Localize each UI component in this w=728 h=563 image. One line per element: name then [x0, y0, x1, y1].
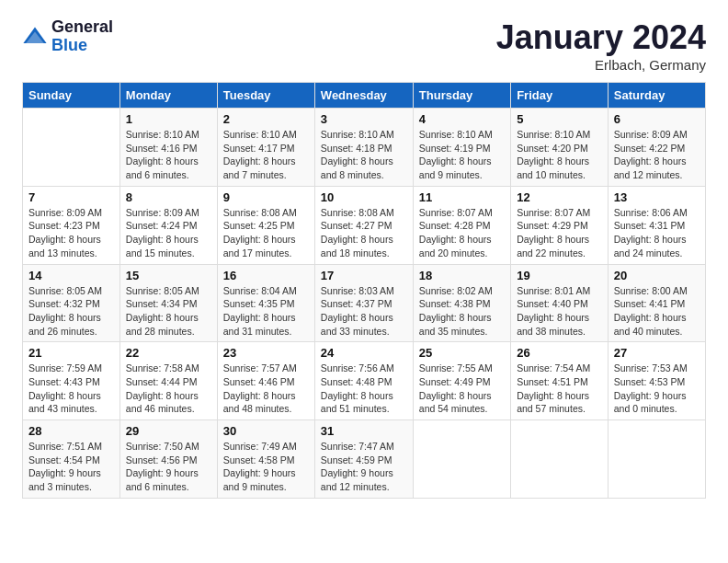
- day-info: Sunrise: 7:55 AM Sunset: 4:49 PM Dayligh…: [419, 362, 505, 416]
- day-number: 30: [223, 424, 309, 438]
- day-info: Sunrise: 7:58 AM Sunset: 4:44 PM Dayligh…: [126, 362, 211, 416]
- day-number: 7: [28, 190, 114, 204]
- day-info: Sunrise: 8:05 AM Sunset: 4:32 PM Dayligh…: [28, 284, 114, 339]
- calendar-cell: 30Sunrise: 7:49 AM Sunset: 4:58 PM Dayli…: [217, 420, 314, 499]
- calendar-cell: 17Sunrise: 8:03 AM Sunset: 4:37 PM Dayli…: [314, 264, 413, 342]
- calendar-cell: 5Sunrise: 8:10 AM Sunset: 4:20 PM Daylig…: [511, 109, 609, 187]
- day-number: 9: [223, 190, 309, 204]
- calendar-header-row: SundayMondayTuesdayWednesdayThursdayFrid…: [23, 83, 706, 109]
- month-title: January 2024: [496, 18, 706, 57]
- calendar-cell: [608, 420, 705, 499]
- calendar-cell: [23, 109, 120, 187]
- calendar-cell: 31Sunrise: 7:47 AM Sunset: 4:59 PM Dayli…: [314, 420, 413, 499]
- calendar-cell: 8Sunrise: 8:09 AM Sunset: 4:24 PM Daylig…: [119, 186, 217, 264]
- day-number: 26: [517, 346, 602, 360]
- day-info: Sunrise: 8:02 AM Sunset: 4:38 PM Dayligh…: [419, 284, 505, 339]
- day-info: Sunrise: 8:03 AM Sunset: 4:37 PM Dayligh…: [321, 284, 407, 339]
- day-info: Sunrise: 8:10 AM Sunset: 4:19 PM Dayligh…: [419, 128, 505, 182]
- day-number: 20: [614, 269, 700, 282]
- calendar-cell: 7Sunrise: 8:09 AM Sunset: 4:23 PM Daylig…: [23, 186, 120, 264]
- day-number: 27: [614, 346, 700, 360]
- day-number: 17: [321, 269, 407, 282]
- day-info: Sunrise: 8:09 AM Sunset: 4:24 PM Dayligh…: [126, 206, 211, 260]
- calendar-week-row: 21Sunrise: 7:59 AM Sunset: 4:43 PM Dayli…: [23, 342, 706, 420]
- calendar-cell: 3Sunrise: 8:10 AM Sunset: 4:18 PM Daylig…: [314, 109, 413, 187]
- day-info: Sunrise: 8:08 AM Sunset: 4:27 PM Dayligh…: [321, 206, 407, 260]
- day-number: 24: [321, 346, 407, 360]
- location: Erlbach, Germany: [496, 57, 706, 73]
- day-number: 2: [223, 112, 309, 126]
- logo-text: General Blue: [51, 18, 113, 55]
- calendar-week-row: 7Sunrise: 8:09 AM Sunset: 4:23 PM Daylig…: [23, 186, 706, 264]
- calendar-cell: 19Sunrise: 8:01 AM Sunset: 4:40 PM Dayli…: [511, 264, 609, 342]
- day-number: 1: [126, 112, 211, 126]
- calendar-cell: [413, 420, 510, 499]
- day-number: 10: [321, 190, 407, 204]
- day-number: 3: [321, 112, 407, 126]
- day-number: 13: [614, 190, 700, 204]
- title-block: January 2024 Erlbach, Germany: [496, 18, 706, 73]
- calendar-cell: 21Sunrise: 7:59 AM Sunset: 4:43 PM Dayli…: [23, 342, 120, 420]
- logo-blue: Blue: [51, 37, 113, 55]
- logo-general: General: [51, 18, 113, 37]
- day-number: 4: [419, 112, 505, 126]
- day-info: Sunrise: 8:01 AM Sunset: 4:40 PM Dayligh…: [517, 284, 602, 339]
- day-info: Sunrise: 8:07 AM Sunset: 4:29 PM Dayligh…: [517, 206, 602, 260]
- calendar-cell: 15Sunrise: 8:05 AM Sunset: 4:34 PM Dayli…: [119, 264, 217, 342]
- day-info: Sunrise: 7:49 AM Sunset: 4:58 PM Dayligh…: [223, 440, 309, 494]
- calendar-cell: 1Sunrise: 8:10 AM Sunset: 4:16 PM Daylig…: [119, 109, 217, 187]
- calendar-week-row: 28Sunrise: 7:51 AM Sunset: 4:54 PM Dayli…: [23, 420, 706, 499]
- logo: General Blue: [22, 18, 113, 55]
- day-info: Sunrise: 8:06 AM Sunset: 4:31 PM Dayligh…: [614, 206, 700, 260]
- calendar-cell: 28Sunrise: 7:51 AM Sunset: 4:54 PM Dayli…: [23, 420, 120, 499]
- calendar-cell: 29Sunrise: 7:50 AM Sunset: 4:56 PM Dayli…: [119, 420, 217, 499]
- day-info: Sunrise: 7:59 AM Sunset: 4:43 PM Dayligh…: [28, 362, 114, 416]
- day-number: 28: [28, 424, 114, 438]
- day-number: 15: [126, 269, 211, 282]
- day-number: 6: [614, 112, 700, 126]
- day-number: 14: [28, 269, 114, 282]
- day-info: Sunrise: 8:10 AM Sunset: 4:18 PM Dayligh…: [321, 128, 407, 182]
- calendar-cell: 25Sunrise: 7:55 AM Sunset: 4:49 PM Dayli…: [413, 342, 510, 420]
- calendar-week-row: 14Sunrise: 8:05 AM Sunset: 4:32 PM Dayli…: [23, 264, 706, 342]
- calendar-week-row: 1Sunrise: 8:10 AM Sunset: 4:16 PM Daylig…: [23, 109, 706, 187]
- day-number: 31: [321, 424, 407, 438]
- day-info: Sunrise: 8:00 AM Sunset: 4:41 PM Dayligh…: [614, 284, 700, 339]
- calendar-cell: 10Sunrise: 8:08 AM Sunset: 4:27 PM Dayli…: [314, 186, 413, 264]
- calendar-cell: 20Sunrise: 8:00 AM Sunset: 4:41 PM Dayli…: [608, 264, 705, 342]
- day-number: 5: [517, 112, 602, 126]
- day-number: 21: [28, 346, 114, 360]
- day-info: Sunrise: 8:07 AM Sunset: 4:28 PM Dayligh…: [419, 206, 505, 260]
- page-header: General Blue January 2024 Erlbach, Germa…: [22, 18, 706, 73]
- day-info: Sunrise: 8:08 AM Sunset: 4:25 PM Dayligh…: [223, 206, 309, 260]
- day-info: Sunrise: 7:51 AM Sunset: 4:54 PM Dayligh…: [28, 440, 114, 494]
- day-info: Sunrise: 7:50 AM Sunset: 4:56 PM Dayligh…: [126, 440, 211, 494]
- day-number: 29: [126, 424, 211, 438]
- calendar-cell: 16Sunrise: 8:04 AM Sunset: 4:35 PM Dayli…: [217, 264, 314, 342]
- day-number: 18: [419, 269, 505, 282]
- weekday-header: Wednesday: [314, 83, 413, 109]
- calendar-cell: 22Sunrise: 7:58 AM Sunset: 4:44 PM Dayli…: [119, 342, 217, 420]
- day-number: 19: [517, 269, 602, 282]
- calendar-cell: 23Sunrise: 7:57 AM Sunset: 4:46 PM Dayli…: [217, 342, 314, 420]
- weekday-header: Thursday: [413, 83, 510, 109]
- day-number: 22: [126, 346, 211, 360]
- weekday-header: Monday: [119, 83, 217, 109]
- calendar-table: SundayMondayTuesdayWednesdayThursdayFrid…: [22, 82, 706, 499]
- day-info: Sunrise: 8:10 AM Sunset: 4:16 PM Dayligh…: [126, 128, 211, 182]
- day-info: Sunrise: 8:10 AM Sunset: 4:20 PM Dayligh…: [517, 128, 602, 182]
- day-number: 8: [126, 190, 211, 204]
- day-info: Sunrise: 8:10 AM Sunset: 4:17 PM Dayligh…: [223, 128, 309, 182]
- calendar-cell: 2Sunrise: 8:10 AM Sunset: 4:17 PM Daylig…: [217, 109, 314, 187]
- calendar-cell: 27Sunrise: 7:53 AM Sunset: 4:53 PM Dayli…: [608, 342, 705, 420]
- logo-icon: [22, 24, 48, 50]
- weekday-header: Friday: [511, 83, 609, 109]
- calendar-cell: 13Sunrise: 8:06 AM Sunset: 4:31 PM Dayli…: [608, 186, 705, 264]
- calendar-cell: 24Sunrise: 7:56 AM Sunset: 4:48 PM Dayli…: [314, 342, 413, 420]
- day-info: Sunrise: 8:04 AM Sunset: 4:35 PM Dayligh…: [223, 284, 309, 339]
- calendar-cell: 12Sunrise: 8:07 AM Sunset: 4:29 PM Dayli…: [511, 186, 609, 264]
- day-number: 12: [517, 190, 602, 204]
- calendar-cell: 11Sunrise: 8:07 AM Sunset: 4:28 PM Dayli…: [413, 186, 510, 264]
- day-info: Sunrise: 7:47 AM Sunset: 4:59 PM Dayligh…: [321, 440, 407, 494]
- day-info: Sunrise: 8:09 AM Sunset: 4:23 PM Dayligh…: [28, 206, 114, 260]
